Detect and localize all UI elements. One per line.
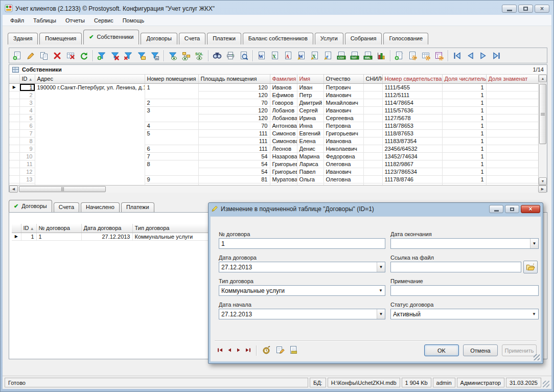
column-header-Адрес[interactable]: Адрес <box>35 75 145 83</box>
cell-area[interactable]: 70 <box>198 122 270 129</box>
cell-name[interactable]: Ирина <box>297 114 324 122</box>
row-selector[interactable] <box>9 145 19 152</box>
cell-surname[interactable]: Леонов <box>270 145 297 152</box>
record-prev-button[interactable] <box>226 347 233 355</box>
cell-name[interactable]: Марина <box>297 152 324 160</box>
cell-snils[interactable] <box>363 145 382 152</box>
cell-snils[interactable] <box>363 152 382 160</box>
menu-item-Сервис[interactable]: Сервис <box>89 16 118 25</box>
chart-button[interactable] <box>375 49 388 62</box>
column-header-Доля знаменат[interactable]: Доля знаменат <box>486 75 539 83</box>
scroll-right-button[interactable]: ▶ <box>538 186 547 193</box>
cell-share_den[interactable] <box>486 114 539 122</box>
cell-share_den[interactable] <box>486 137 539 145</box>
tab-Услуги[interactable]: Услуги <box>315 33 343 44</box>
cell-cert[interactable]: 11183/87354 <box>382 137 442 145</box>
cell-name[interactable]: Павел <box>297 168 324 175</box>
cell-surname[interactable]: Симонова <box>270 137 297 145</box>
cell-name[interactable]: Сергей <box>297 106 324 114</box>
column-header-СНИЛС[interactable]: СНИЛС <box>363 75 382 83</box>
chevron-down-icon[interactable]: ▼ <box>530 239 538 248</box>
cell-surname[interactable]: Говоров <box>270 99 297 106</box>
cell-share_den[interactable] <box>486 83 539 91</box>
row-selector[interactable] <box>9 114 19 122</box>
record-first-button[interactable] <box>217 347 224 355</box>
scroll-left-button[interactable]: ◀ <box>9 186 18 193</box>
dialog-resize-grip[interactable] <box>534 354 540 360</box>
open-in-browser-button[interactable]: e <box>321 49 335 62</box>
show-sql-button[interactable]: SQL <box>193 49 206 62</box>
end-date-combo[interactable]: ▼ <box>390 238 539 249</box>
export-csv-button[interactable]: CSV <box>335 49 348 62</box>
cell-id[interactable]: 4 <box>19 106 35 114</box>
cell-name[interactable]: Денис <box>297 145 324 152</box>
cell-cert[interactable]: 23456/64532 <box>382 145 442 152</box>
cell-cert[interactable]: 1111/5455 <box>382 83 442 91</box>
cell-snils[interactable] <box>363 114 382 122</box>
show-filter-button[interactable] <box>166 49 179 62</box>
cell-share_den[interactable] <box>486 168 539 175</box>
cell-patronymic[interactable]: Сергеевна <box>324 114 363 122</box>
column-header-Тип договора[interactable]: Тип договора <box>132 224 217 233</box>
cell-share_den[interactable] <box>486 122 539 129</box>
cell-patronymic[interactable]: Иванович <box>324 91 363 99</box>
cell-share_den[interactable] <box>486 145 539 152</box>
cell-name[interactable]: Лариса <box>297 160 324 168</box>
cell-share_num[interactable]: 1 <box>442 168 486 175</box>
detail-tab-Платежи[interactable]: Платежи <box>121 202 154 212</box>
export-xml-button[interactable]: XML <box>361 49 375 62</box>
cell-share_den[interactable] <box>486 129 539 137</box>
cell-snils[interactable] <box>363 99 382 106</box>
row-selector[interactable] <box>9 122 19 129</box>
cell-id[interactable]: 7 <box>19 129 35 137</box>
cell-id[interactable]: 12 <box>19 168 35 175</box>
tab-Собственники[interactable]: ✔Собственники <box>83 30 139 44</box>
cell-snils[interactable] <box>363 122 382 129</box>
cell-room-number[interactable]: 9 <box>145 175 198 183</box>
cell-patronymic[interactable]: Федоровна <box>324 152 363 160</box>
cell-share_num[interactable]: 1 <box>442 106 486 114</box>
ok-button[interactable]: OK <box>424 344 459 356</box>
preview-button[interactable] <box>237 49 250 62</box>
detail-tab-Счета[interactable]: Счета <box>54 202 79 212</box>
export-excel-button[interactable]: X <box>268 49 282 62</box>
column-header-Номер свидетельства[interactable]: Номер свидетельства <box>382 75 442 83</box>
chevron-down-icon[interactable]: ▼ <box>377 309 385 319</box>
delete-filter-button[interactable] <box>108 49 122 62</box>
table-row[interactable]: ▶1190000 г.Санкт-Петербург, ул. Ленина, … <box>9 83 539 91</box>
row-selector[interactable] <box>9 160 19 168</box>
cell-share_num[interactable]: 1 <box>442 91 486 99</box>
cell-id[interactable]: 8 <box>19 137 35 145</box>
cell-patronymic[interactable]: Петрович <box>324 83 363 91</box>
dialog-minimize-button[interactable] <box>489 205 503 213</box>
cell-patronymic[interactable]: Николаевич <box>324 145 363 152</box>
cell-cert[interactable]: 1127/5678 <box>382 114 442 122</box>
cell-share_num[interactable]: 1 <box>442 175 486 183</box>
contract-date-combo[interactable]: 27.12.2013 ▼ <box>219 262 385 272</box>
cell-id[interactable]: 10 <box>19 152 35 160</box>
nav-last-button[interactable] <box>490 49 503 62</box>
cell-id[interactable]: 13 <box>19 175 35 183</box>
cell-share_num[interactable]: 1 <box>442 99 486 106</box>
cell-snils[interactable] <box>363 91 382 99</box>
cell-surname[interactable]: Назарова <box>270 152 297 160</box>
row-selector[interactable] <box>9 99 19 106</box>
cell-patronymic[interactable]: Олеговна <box>324 175 363 183</box>
row-selector[interactable] <box>9 137 19 145</box>
cell-area[interactable]: 81 <box>198 175 270 183</box>
cell-share_den[interactable] <box>486 160 539 168</box>
cell-patronymic[interactable]: Ивановна <box>324 137 363 145</box>
tab-Здания[interactable]: Здания <box>8 33 38 44</box>
cell-area[interactable]: 120 <box>198 83 270 91</box>
cell-surname[interactable]: Григорьев <box>270 168 297 175</box>
refresh-button[interactable] <box>77 49 90 62</box>
cell-name[interactable]: Елена <box>297 137 324 145</box>
cell-cert[interactable]: 11182/9867 <box>382 160 442 168</box>
cell-area[interactable]: 111 <box>198 137 270 145</box>
browse-file-button[interactable] <box>523 261 538 273</box>
cell-room-number[interactable]: 6 <box>145 145 198 152</box>
cell-area[interactable]: 120 <box>198 114 270 122</box>
scroll-up-button[interactable]: ▲ <box>539 75 547 82</box>
cell-share_num[interactable]: 1 <box>442 83 486 91</box>
cell-snils[interactable] <box>363 137 382 145</box>
